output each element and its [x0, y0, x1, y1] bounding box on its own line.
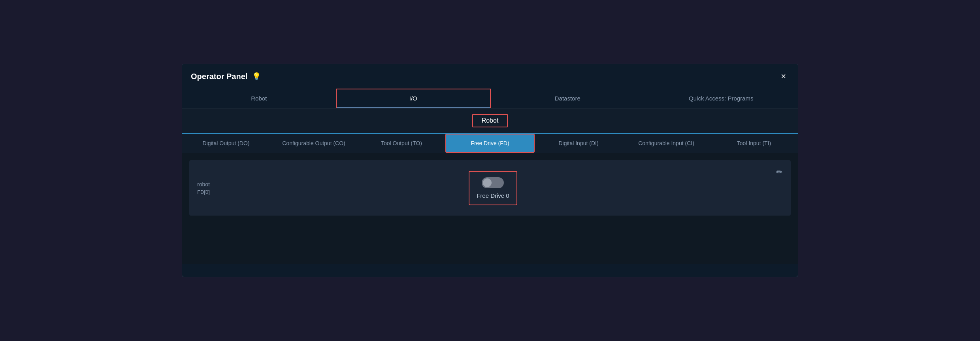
panel-header: Operator Panel 💡 × [182, 64, 798, 89]
toggle-switch[interactable] [482, 177, 504, 188]
tab-di[interactable]: Digital Input (DI) [535, 134, 622, 153]
io-row-label-fd: FD[0] [197, 189, 210, 195]
tab-robot[interactable]: Robot [182, 89, 336, 108]
toggle-container: Free Drive 0 [469, 171, 517, 205]
content-area: robot FD[0] Free Drive 0 ✏ [182, 153, 798, 264]
close-button[interactable]: × [778, 70, 789, 83]
sub-header-label: Robot [472, 114, 508, 127]
tab-quick-access[interactable]: Quick Access: Programs [645, 89, 798, 108]
panel-title-group: Operator Panel 💡 [191, 72, 261, 81]
tab-ci[interactable]: Configurable Input (CI) [622, 134, 710, 153]
toggle-knob [483, 178, 492, 187]
io-row-center: Free Drive 0 [469, 171, 517, 205]
tab-io[interactable]: I/O [336, 89, 491, 108]
bulb-icon: 💡 [252, 72, 261, 81]
tab-to[interactable]: Tool Output (TO) [358, 134, 445, 153]
tab-ti[interactable]: Tool Input (TI) [710, 134, 798, 153]
panel-title: Operator Panel [191, 72, 247, 81]
tab-fd[interactable]: Free Drive (FD) [445, 134, 535, 153]
top-tabs: Robot I/O Datastore Quick Access: Progra… [182, 89, 798, 108]
operator-panel: Operator Panel 💡 × Robot I/O Datastore Q… [182, 64, 798, 277]
io-row-labels: robot FD[0] [197, 181, 210, 195]
io-row-label-robot: robot [197, 181, 210, 188]
sub-tabs: Digital Output (DO) Configurable Output … [182, 134, 798, 153]
toggle-label: Free Drive 0 [477, 192, 509, 199]
tab-datastore[interactable]: Datastore [491, 89, 645, 108]
tab-do[interactable]: Digital Output (DO) [182, 134, 270, 153]
sub-header: Robot [182, 108, 798, 134]
io-row: robot FD[0] Free Drive 0 ✏ [189, 160, 791, 216]
tab-co[interactable]: Configurable Output (CO) [270, 134, 358, 153]
edit-icon[interactable]: ✏ [776, 167, 783, 177]
